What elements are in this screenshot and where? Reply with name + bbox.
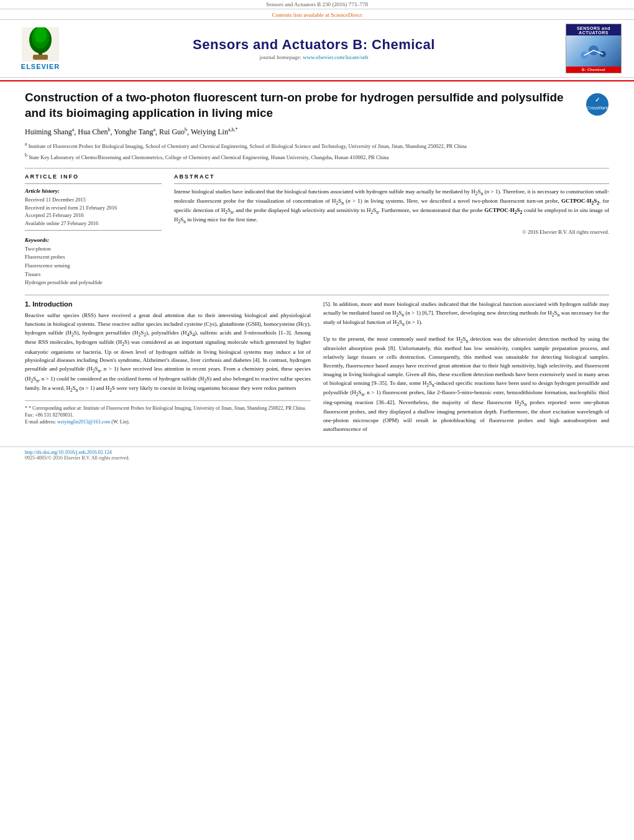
section1-right-body: [5]. In addition, more and more biologic… — [323, 300, 609, 328]
section1-title: 1. Introduction — [25, 300, 311, 308]
corresponding-text: * Corresponding author at: Institute of … — [25, 405, 306, 418]
affil-b: b State Key Laboratory of Chemo/Biosensi… — [25, 152, 609, 162]
keywords-label: Keywords: — [25, 237, 162, 243]
keyword-1: Two-photon — [25, 245, 162, 254]
header-top: Contents lists available at ScienceDirec… — [0, 9, 634, 19]
copyright-text: © 2016 Elsevier B.V. All rights reserved… — [174, 229, 609, 235]
svg-text:✓: ✓ — [595, 96, 600, 103]
sensors-logo-bottom: B: Chemical — [566, 67, 621, 73]
article-info-column: ARTICLE INFO Article history: Received 1… — [25, 173, 162, 287]
available-date: Available online 27 February 2016 — [25, 219, 162, 228]
revised-date: Received in revised form 21 February 201… — [25, 204, 162, 212]
citation-text: Sensors and Actuators B 230 (2016) 773–7… — [266, 1, 368, 7]
author-5: Weiying Lina,b,* — [191, 127, 238, 136]
main-col-right: [5]. In addition, more and more biologic… — [323, 300, 609, 434]
doi-link[interactable]: http://dx.doi.org/10.1016/j.snb.2016.02.… — [25, 450, 112, 455]
article-body: Construction of a two-photon fluorescent… — [0, 81, 634, 440]
elsevier-wordmark: ELSEVIER — [21, 63, 60, 70]
bottom-bar: http://dx.doi.org/10.1016/j.snb.2016.02.… — [0, 446, 634, 463]
keyword-3: Fluorescence sensing — [25, 262, 162, 270]
journal-homepage: journal homepage: www.elsevier.com/locat… — [68, 54, 559, 60]
keywords-section: Keywords: Two-photon Fluorescent probes … — [25, 237, 162, 287]
keywords-divider — [25, 230, 162, 231]
sciencedirect-link[interactable]: ScienceDirect — [331, 12, 362, 18]
contents-available-label: Contents lists available at — [272, 12, 329, 18]
sensors-logo-top: SENSORS and ACTUATORS — [566, 24, 621, 35]
crossmark-icon: ✓ CrossMark — [586, 93, 609, 116]
section1-right-body-2: Up to the present, the most commonly use… — [323, 335, 609, 434]
abstract-text: Intense biological studies have indicate… — [174, 188, 609, 225]
author-1: Huiming Shanga — [25, 127, 74, 136]
footnote-area: * * Corresponding author at: Institute o… — [25, 400, 311, 426]
keyword-5: Hydrogen persulfide and polysulfide — [25, 279, 162, 287]
email-link[interactable]: weiyinglin2013@163.com — [57, 419, 110, 425]
svg-rect-5 — [33, 55, 48, 60]
journal-header: Sensors and Actuators B 230 (2016) 773–7… — [0, 0, 634, 81]
main-content: 1. Introduction Reactive sulfur species … — [25, 300, 609, 434]
author-2: Hua Chenb — [78, 127, 110, 136]
main-col-left: 1. Introduction Reactive sulfur species … — [25, 300, 311, 434]
affiliations: a Institute of Fluorescent Probes for Bi… — [25, 141, 609, 161]
received-date: Received 11 December 2015 — [25, 196, 162, 204]
sensors-logo-box: SENSORS and ACTUATORS B: Chemical — [559, 24, 622, 73]
abstract-label: ABSTRACT — [174, 173, 609, 180]
homepage-link[interactable]: www.elsevier.com/locate/snb — [303, 54, 368, 60]
doi-text: http://dx.doi.org/10.1016/j.snb.2016.02.… — [25, 450, 609, 455]
citation-bar: Sensors and Actuators B 230 (2016) 773–7… — [0, 0, 634, 9]
header-main: ELSEVIER Sensors and Actuators B: Chemic… — [0, 19, 634, 78]
homepage-label: journal homepage: — [260, 54, 301, 60]
info-abstract-columns: ARTICLE INFO Article history: Received 1… — [25, 173, 609, 287]
divider-2 — [25, 295, 609, 295]
journal-title-block: Sensors and Actuators B: Chemical journa… — [68, 37, 559, 60]
email-label: E-mail address: — [25, 419, 56, 425]
journal-title: Sensors and Actuators B: Chemical — [68, 37, 559, 53]
author-4: Rui Guob — [159, 127, 187, 136]
elsevier-logo: ELSEVIER — [12, 27, 68, 70]
info-divider — [25, 183, 162, 184]
authors-line: Huiming Shanga, Hua Chenb, Yonghe Tanga,… — [25, 127, 609, 137]
history-label: Article history: — [25, 188, 162, 194]
email-person: (W. Lin). — [111, 419, 129, 425]
article-title-row: Construction of a two-photon fluorescent… — [25, 90, 609, 121]
abstract-divider — [174, 183, 609, 184]
svg-text:CrossMark: CrossMark — [587, 106, 608, 110]
section1-body: Reactive sulfur species (RSS) have recei… — [25, 312, 311, 394]
corresponding-footnote: * * Corresponding author at: Institute o… — [25, 405, 311, 418]
sensors-logo-image — [566, 35, 621, 67]
keyword-2: Fluorescent probes — [25, 253, 162, 262]
divider-1 — [25, 168, 609, 168]
abstract-column: ABSTRACT Intense biological studies have… — [174, 173, 609, 287]
svg-point-4 — [34, 27, 47, 43]
author-3: Yonghe Tanga — [114, 127, 155, 136]
article-title: Construction of a two-photon fluorescent… — [25, 90, 579, 121]
email-footnote: E-mail address: weiyinglin2013@163.com (… — [25, 418, 311, 425]
sensors-logo: SENSORS and ACTUATORS B: Chemical — [566, 24, 622, 73]
article-info-label: ARTICLE INFO — [25, 173, 162, 180]
accepted-date: Accepted 25 February 2016 — [25, 211, 162, 219]
keyword-4: Tissues — [25, 270, 162, 279]
affil-a: a Institute of Fluorescent Probes for Bi… — [25, 141, 609, 150]
issn-text: 0925-4005/© 2016 Elsevier B.V. All right… — [25, 455, 609, 461]
